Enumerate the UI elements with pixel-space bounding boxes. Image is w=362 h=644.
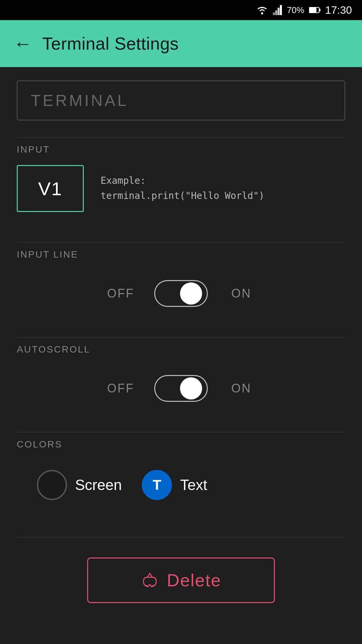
screen-color-item[interactable]: Screen: [37, 470, 122, 500]
autoscroll-toggle[interactable]: [154, 375, 208, 402]
wifi-icon: [256, 5, 268, 15]
screen-color-label: Screen: [75, 477, 122, 493]
input-row: V1 Example: terminal.print("Hello World"…: [17, 165, 345, 212]
terminal-name-input[interactable]: [31, 91, 331, 110]
colors-label: COLORS: [17, 439, 345, 450]
screen-color-circle[interactable]: [37, 470, 67, 500]
status-icons: 70% 17:30: [256, 4, 352, 16]
status-bar: 70% 17:30: [0, 0, 362, 20]
input-section: INPUT V1 Example: terminal.print("Hello …: [17, 137, 345, 229]
text-circle-letter: T: [153, 477, 162, 493]
input-divider: [17, 137, 345, 138]
text-color-item[interactable]: T Text: [142, 470, 207, 500]
svg-rect-3: [278, 8, 280, 15]
version-box[interactable]: V1: [17, 165, 84, 212]
main-content: INPUT V1 Example: terminal.print("Hello …: [0, 67, 362, 616]
delete-button[interactable]: Delete: [87, 557, 275, 603]
svg-rect-6: [309, 8, 316, 12]
colors-section: COLORS Screen T Text: [17, 432, 345, 517]
input-line-section: INPUT LINE OFF ON: [17, 242, 345, 324]
input-line-toggle[interactable]: [154, 280, 208, 307]
version-label: V1: [38, 178, 63, 200]
text-color-label: Text: [180, 477, 207, 493]
page-title: Terminal Settings: [42, 34, 179, 54]
autoscroll-off-label: OFF: [101, 381, 141, 395]
text-color-circle[interactable]: T: [142, 470, 172, 500]
svg-rect-1: [273, 12, 275, 15]
input-line-toggle-row: OFF ON: [17, 270, 345, 324]
input-line-off-label: OFF: [101, 286, 141, 301]
battery-icon: [309, 6, 320, 14]
autoscroll-on-label: ON: [221, 381, 261, 395]
delete-label: Delete: [167, 570, 221, 590]
colors-divider: [17, 432, 345, 432]
input-line-divider: [17, 242, 345, 243]
input-line-label: INPUT LINE: [17, 249, 345, 260]
delete-recycle-icon: [141, 571, 159, 589]
status-time: 17:30: [325, 4, 352, 16]
input-section-label: INPUT: [17, 144, 345, 155]
app-bar: ← Terminal Settings: [0, 20, 362, 67]
bottom-section: Delete: [17, 537, 345, 603]
colors-row: Screen T Text: [17, 460, 345, 517]
back-button[interactable]: ←: [13, 34, 32, 53]
svg-point-0: [261, 12, 263, 14]
signal-icon: [273, 5, 282, 15]
terminal-name-wrapper[interactable]: [17, 80, 345, 120]
autoscroll-label: AUTOSCROLL: [17, 344, 345, 355]
input-line-on-label: ON: [221, 286, 261, 301]
autoscroll-divider: [17, 337, 345, 337]
battery-percent: 70%: [287, 5, 304, 15]
svg-rect-2: [275, 10, 277, 15]
example-text: Example: terminal.print("Hello World"): [101, 173, 264, 204]
svg-rect-4: [280, 5, 282, 15]
autoscroll-toggle-row: OFF ON: [17, 365, 345, 419]
autoscroll-section: AUTOSCROLL OFF ON: [17, 337, 345, 419]
svg-rect-7: [319, 9, 320, 11]
